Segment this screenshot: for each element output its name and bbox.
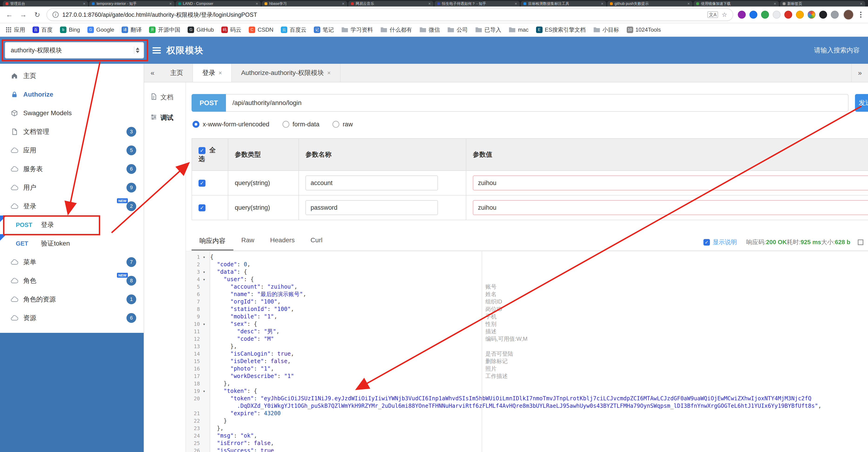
menu-toggle-icon[interactable]: [153, 47, 161, 54]
param-checkbox[interactable]: ✓: [198, 204, 206, 211]
bookmark-item[interactable]: 译翻译: [122, 26, 142, 33]
fold-icon[interactable]: ▾: [200, 270, 208, 275]
bookmark-item[interactable]: 学习资料: [341, 26, 373, 33]
sidebar-item[interactable]: 应用5: [0, 141, 144, 160]
param-checkbox[interactable]: ✓: [198, 180, 206, 187]
tab-close-icon[interactable]: ×: [601, 1, 603, 6]
tab-close-icon[interactable]: ×: [327, 69, 331, 77]
bookmark-item[interactable]: 码码云: [221, 26, 241, 33]
content-type-option[interactable]: x-www-form-urlencoded: [192, 121, 270, 128]
header-search-input[interactable]: 请输入搜索内容: [814, 46, 860, 55]
tab-close-icon[interactable]: ×: [428, 1, 431, 6]
profile-avatar[interactable]: [843, 9, 854, 20]
bookmark-item[interactable]: 记笔记: [314, 26, 334, 33]
bookmark-item[interactable]: 开开源中国: [149, 26, 180, 33]
bookmark-item[interactable]: mac: [508, 27, 528, 33]
response-tab[interactable]: 响应内容: [191, 232, 234, 250]
extension-icon[interactable]: [819, 11, 827, 19]
bookmark-item[interactable]: 101024Tools: [627, 27, 661, 33]
request-path[interactable]: /api/authority/anno/login: [226, 94, 848, 112]
forward-button[interactable]: →: [19, 11, 28, 19]
tab-close-icon[interactable]: ×: [342, 1, 344, 6]
extension-icon[interactable]: [796, 11, 804, 19]
sidebar-item[interactable]: 服务表6: [0, 160, 144, 178]
bookmark-item[interactable]: GGitHub: [188, 27, 214, 33]
content-tab[interactable]: Authorize-authority-权限模块×: [232, 64, 341, 82]
bookmark-item[interactable]: 云百度云: [281, 26, 306, 33]
tab-close-icon[interactable]: ×: [256, 1, 258, 6]
radio-icon[interactable]: [282, 121, 289, 128]
bookmark-item[interactable]: 什么都有: [380, 26, 412, 33]
tab-close-icon[interactable]: ×: [774, 1, 776, 6]
extension-icon[interactable]: [738, 11, 746, 19]
browser-tab[interactable]: hbase学习×: [262, 1, 347, 6]
sidebar-item[interactable]: 菜单7: [0, 253, 144, 272]
project-select[interactable]: authority-权限模块: [5, 42, 144, 59]
show-desc-checkbox[interactable]: ✓: [704, 239, 710, 246]
tab-close-icon[interactable]: ×: [83, 1, 86, 6]
tab-close-icon[interactable]: ×: [169, 1, 172, 6]
tab-close-icon[interactable]: ×: [687, 1, 690, 6]
browser-tab[interactable]: 恒生电子待遇如何？ - 知乎×: [434, 1, 520, 6]
sidebar-item[interactable]: Swagger Models: [0, 104, 144, 122]
sidebar-item[interactable]: Authorize: [0, 85, 144, 104]
sidebar-item[interactable]: 登录NEW2: [0, 197, 144, 216]
reload-button[interactable]: ↻: [33, 11, 42, 19]
bookmark-item[interactable]: 公司: [447, 26, 468, 33]
response-tab[interactable]: Curl: [303, 232, 330, 250]
content-type-option[interactable]: raw: [333, 121, 353, 128]
extension-icon[interactable]: [831, 11, 839, 19]
content-tab[interactable]: 主页: [161, 64, 193, 82]
sidebar-item[interactable]: 文档管理3: [0, 122, 144, 141]
bookmark-item[interactable]: GGoogle: [87, 27, 114, 33]
param-name-input[interactable]: [305, 200, 438, 215]
sidebar-item[interactable]: 用户9: [0, 178, 144, 197]
sidebar-item[interactable]: 资源6: [0, 309, 144, 327]
param-value-input[interactable]: [473, 175, 868, 190]
tab-close-icon[interactable]: ×: [860, 1, 863, 6]
tab-close-icon[interactable]: ×: [218, 69, 222, 77]
radio-icon[interactable]: [333, 121, 339, 128]
bookmark-item[interactable]: CCSDN: [249, 27, 273, 33]
select-all-checkbox[interactable]: ✓: [198, 147, 206, 154]
sidebar-item-post[interactable]: POST登录: [0, 216, 144, 234]
bookmark-item[interactable]: bBing: [60, 27, 80, 33]
browser-tab[interactable]: 目标检测数据集标注工具×: [521, 1, 606, 6]
bookmark-item[interactable]: 已导入: [475, 26, 501, 33]
extension-icon[interactable]: [749, 11, 757, 19]
extension-icon[interactable]: [808, 11, 815, 19]
bookmark-item[interactable]: 应用: [6, 26, 25, 33]
browser-menu-icon[interactable]: [858, 12, 863, 18]
browser-tab[interactable]: temporary-interior - 知乎×: [89, 1, 174, 6]
fold-icon[interactable]: ▾: [200, 277, 208, 282]
extension-icon[interactable]: [784, 11, 792, 19]
bookmark-star-icon[interactable]: ☆: [722, 11, 727, 19]
bookmark-item[interactable]: 小目标: [593, 26, 619, 33]
fold-icon[interactable]: ▾: [200, 389, 208, 394]
sidebar-item[interactable]: 主页: [0, 66, 144, 85]
tab-close-icon[interactable]: ×: [515, 1, 517, 6]
content-type-option[interactable]: form-data: [282, 121, 320, 128]
bookmark-item[interactable]: EES搜索引擎文档: [536, 26, 586, 33]
collapse-left-icon[interactable]: «: [144, 64, 161, 82]
browser-tab[interactable]: 网易云音乐×: [348, 1, 434, 6]
browser-tab[interactable]: 管理后台×: [3, 1, 88, 6]
subnav-doc[interactable]: 文档: [144, 87, 186, 108]
subnav-debug[interactable]: 调试: [144, 108, 186, 128]
param-name-input[interactable]: [305, 175, 438, 190]
response-tab[interactable]: Headers: [262, 232, 303, 250]
fullscreen-icon[interactable]: [858, 239, 863, 245]
browser-tab[interactable]: 新标签页×: [780, 1, 865, 6]
bookmark-item[interactable]: 百百度: [33, 26, 53, 33]
collapse-right-icon[interactable]: »: [851, 64, 868, 82]
fold-icon[interactable]: ▾: [200, 255, 208, 259]
back-button[interactable]: ←: [5, 11, 14, 19]
send-button[interactable]: 发送: [855, 94, 868, 112]
extension-icon[interactable]: [761, 11, 769, 19]
content-tab[interactable]: 登录×: [193, 64, 232, 82]
translate-icon[interactable]: 文A: [707, 11, 718, 18]
sidebar-item-get[interactable]: GET验证token: [0, 234, 144, 253]
browser-tab[interactable]: 使用镜像加速下载×: [693, 1, 779, 6]
radio-icon[interactable]: [192, 121, 199, 128]
page-info-icon[interactable]: i: [53, 12, 59, 18]
